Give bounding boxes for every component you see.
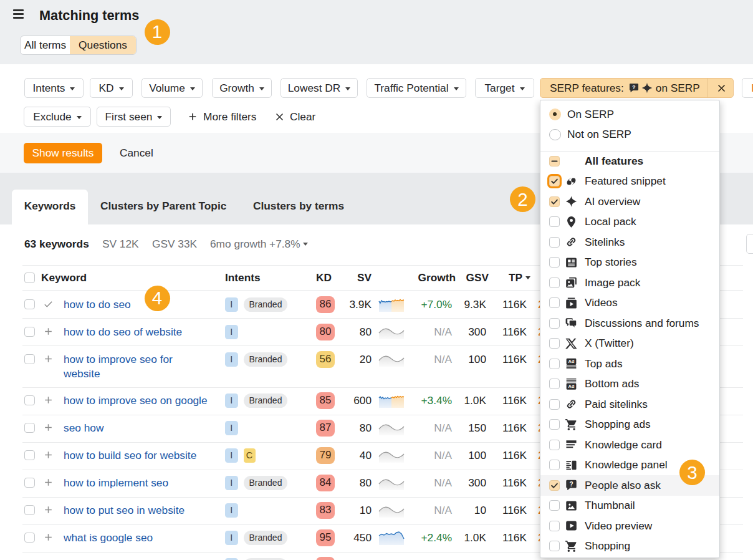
svg-text:Ad: Ad xyxy=(568,359,574,365)
svg-text:?: ? xyxy=(632,84,635,90)
svg-text:?: ? xyxy=(569,481,573,488)
svg-text:Ad: Ad xyxy=(568,384,574,389)
